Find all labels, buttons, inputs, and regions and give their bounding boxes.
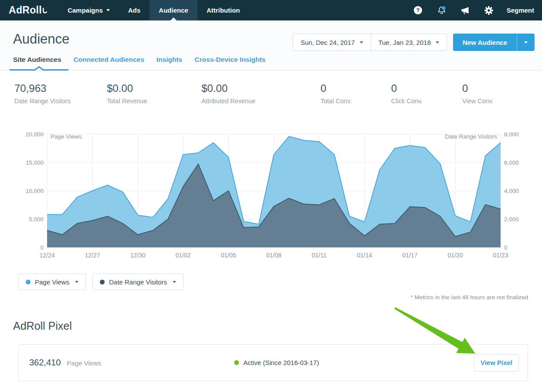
account-label: Segment <box>507 7 534 14</box>
stat-label: Total Revenue <box>107 98 201 105</box>
svg-text:01/20: 01/20 <box>447 252 463 259</box>
stat-value: 0 <box>462 82 494 95</box>
svg-text:20,000: 20,000 <box>26 131 44 138</box>
new-audience-label: New Audience <box>463 39 507 46</box>
pixel-page-views-label: Page Views <box>67 359 101 367</box>
nav-item-audience[interactable]: Audience <box>150 0 198 20</box>
svg-text:5,000: 5,000 <box>29 216 44 223</box>
svg-text:12/27: 12/27 <box>85 252 100 259</box>
announcements-icon[interactable] <box>460 6 470 15</box>
svg-text:Page Views: Page Views <box>51 133 82 140</box>
stat-total-conv: 0 Total Conv. <box>320 82 391 105</box>
svg-text:12/24: 12/24 <box>39 252 55 259</box>
svg-text:01/11: 01/11 <box>312 252 327 259</box>
new-audience-dropdown-button[interactable] <box>517 34 535 51</box>
primary-nav: Campaigns Ads Audience Attribution <box>58 0 249 20</box>
tab-connected-audiences[interactable]: Connected Audiences <box>74 56 144 70</box>
tab-label: Cross-Device Insights <box>194 56 266 63</box>
svg-text:01/02: 01/02 <box>175 252 191 259</box>
tab-cross-device-insights[interactable]: Cross-Device Insights <box>194 56 266 70</box>
tab-label: Site Audiences <box>13 56 61 63</box>
chevron-down-icon <box>75 281 78 283</box>
stat-click-conv: 0 Click Conv. <box>391 82 462 105</box>
adroll-logo-text: AdRoll <box>9 4 42 16</box>
date-range-picker: Sun, Dec 24, 2017 Tue, Jan 23, 2018 <box>293 34 447 51</box>
legend-date-range-visitors-select[interactable]: Date Range Visitors <box>92 274 184 290</box>
svg-text:?: ? <box>416 7 420 14</box>
legend-page-views-select[interactable]: Page Views <box>18 274 86 290</box>
pixel-page-views: 362,410 Page Views <box>29 358 234 368</box>
chevron-down-icon <box>524 41 528 44</box>
svg-text:2,000: 2,000 <box>504 216 519 223</box>
svg-text:10,000: 10,000 <box>26 188 44 194</box>
view-pixel-button[interactable]: View Pixel <box>474 354 519 372</box>
svg-text:Date Range Visitors: Date Range Visitors <box>445 133 497 140</box>
legend-label: Date Range Visitors <box>109 278 167 286</box>
date-end-value: Tue, Jan 23, 2018 <box>378 39 431 46</box>
header-controls: Sun, Dec 24, 2017 Tue, Jan 23, 2018 New … <box>293 34 535 51</box>
stat-total-revenue: $0.00 Total Revenue <box>107 82 201 105</box>
stat-view-conv: 0 View Conv. <box>462 82 494 105</box>
date-end-select[interactable]: Tue, Jan 23, 2018 <box>371 34 447 51</box>
top-navbar: AdRoll Campaigns Ads Audience Attributio… <box>0 0 542 20</box>
date-start-value: Sun, Dec 24, 2017 <box>300 39 355 46</box>
svg-text:01/14: 01/14 <box>357 252 372 259</box>
svg-text:15,000: 15,000 <box>26 159 44 166</box>
chevron-down-icon <box>173 281 176 283</box>
svg-text:6,000: 6,000 <box>504 159 519 166</box>
stat-value: 70,963 <box>14 82 107 95</box>
date-start-select[interactable]: Sun, Dec 24, 2017 <box>293 34 370 51</box>
stat-value: 0 <box>391 82 462 95</box>
chart-canvas: 005,0002,00010,0004,00015,0006,00020,000… <box>0 130 542 261</box>
tab-site-audiences[interactable]: Site Audiences <box>13 56 61 70</box>
status-dot-icon <box>234 360 239 365</box>
settings-icon[interactable] <box>484 6 494 15</box>
stat-value: 0 <box>320 82 391 95</box>
svg-text:01/08: 01/08 <box>266 252 281 259</box>
new-audience-button[interactable]: New Audience <box>453 34 517 51</box>
topbar-right: ? <box>399 0 542 20</box>
svg-text:12/30: 12/30 <box>130 252 145 259</box>
svg-text:0: 0 <box>40 244 44 251</box>
help-icon[interactable]: ? <box>413 6 423 15</box>
nav-item-attribution[interactable]: Attribution <box>198 0 249 20</box>
stat-date-range-visitors: 70,963 Date Range Visitors <box>14 82 107 105</box>
adroll-pixel-card: 362,410 Page Views Active (Since 2016-03… <box>18 344 528 381</box>
chevron-down-icon <box>360 41 363 44</box>
pixel-status-text: Active (Since 2016-03-17) <box>243 359 319 366</box>
svg-text:8,000: 8,000 <box>504 131 519 138</box>
svg-text:4,000: 4,000 <box>504 188 519 194</box>
audience-tabs: Site Audiences Connected Audiences Insig… <box>13 56 542 70</box>
main-content: 70,963 Date Range Visitors $0.00 Total R… <box>0 71 542 381</box>
stat-label: View Conv. <box>462 98 494 105</box>
stat-value: $0.00 <box>201 82 320 95</box>
notifications-icon[interactable] <box>437 6 447 15</box>
traffic-area-chart[interactable]: 005,0002,00010,0004,00015,0006,00020,000… <box>0 130 542 261</box>
metrics-footnote: * Metrics in the last 48 hours are not f… <box>0 294 528 301</box>
svg-text:01/23: 01/23 <box>493 252 508 259</box>
legend-label: Page Views <box>35 278 69 286</box>
adroll-logo[interactable]: AdRoll <box>0 0 58 20</box>
nav-item-campaigns[interactable]: Campaigns <box>58 0 119 20</box>
tab-insights[interactable]: Insights <box>157 56 182 70</box>
page-views-series-dot <box>26 280 31 284</box>
stat-label: Click Conv. <box>391 98 462 105</box>
pixel-section-title: AdRoll Pixel <box>13 320 542 332</box>
stat-attributed-revenue: $0.00 Attributed Revenue <box>201 82 320 105</box>
nav-item-label: Audience <box>159 7 188 14</box>
adroll-logo-curl-icon <box>42 8 47 15</box>
page-header: Audience Sun, Dec 24, 2017 Tue, Jan 23, … <box>0 20 542 71</box>
stat-label: Total Conv. <box>320 98 391 105</box>
svg-text:01/17: 01/17 <box>402 252 417 259</box>
pixel-status: Active (Since 2016-03-17) <box>234 359 319 366</box>
nav-item-label: Ads <box>128 7 140 14</box>
nav-item-ads[interactable]: Ads <box>119 0 150 20</box>
date-range-visitors-series-dot <box>100 280 105 284</box>
nav-item-label: Campaigns <box>68 7 103 14</box>
pixel-page-views-value: 362,410 <box>29 358 61 368</box>
stat-value: $0.00 <box>107 82 201 95</box>
stat-label: Date Range Visitors <box>14 98 107 105</box>
tab-label: Connected Audiences <box>74 56 144 63</box>
tab-label: Insights <box>157 56 182 63</box>
account-menu[interactable]: Segment <box>507 7 534 14</box>
